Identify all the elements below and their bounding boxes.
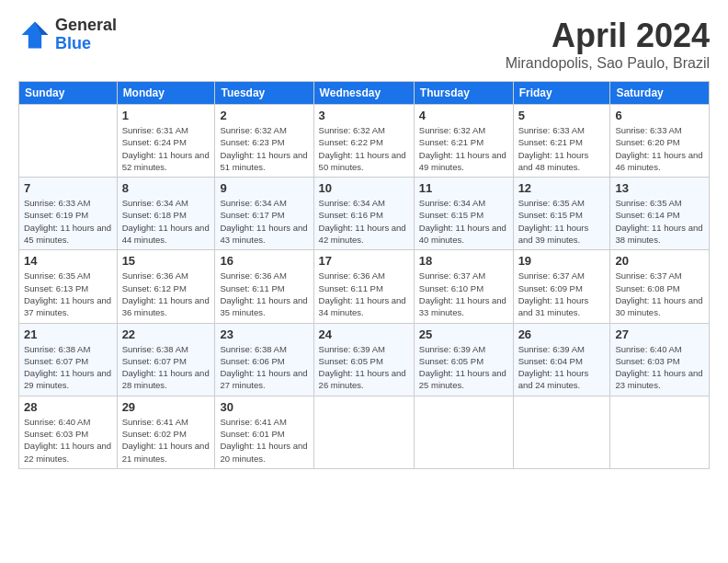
day-info: Sunrise: 6:39 AMSunset: 6:04 PMDaylight:… <box>518 343 606 392</box>
day-info: Sunrise: 6:35 AMSunset: 6:15 PMDaylight:… <box>518 197 606 246</box>
calendar-cell: 5Sunrise: 6:33 AMSunset: 6:21 PMDaylight… <box>513 105 610 178</box>
calendar-cell: 29Sunrise: 6:41 AMSunset: 6:02 PMDayligh… <box>117 396 215 468</box>
calendar-cell: 15Sunrise: 6:36 AMSunset: 6:12 PMDayligh… <box>117 250 215 323</box>
day-number: 25 <box>419 327 508 341</box>
day-info: Sunrise: 6:33 AMSunset: 6:19 PMDaylight:… <box>24 197 112 246</box>
calendar-cell: 11Sunrise: 6:34 AMSunset: 6:15 PMDayligh… <box>414 178 513 250</box>
day-info: Sunrise: 6:32 AMSunset: 6:23 PMDaylight:… <box>220 124 308 173</box>
title-block: April 2024 Mirandopolis, Sao Paulo, Braz… <box>506 17 710 72</box>
day-number: 6 <box>615 109 704 122</box>
day-number: 13 <box>615 181 704 195</box>
day-number: 7 <box>24 181 112 195</box>
day-number: 10 <box>319 181 409 195</box>
day-number: 30 <box>220 400 308 414</box>
calendar-cell: 14Sunrise: 6:35 AMSunset: 6:13 PMDayligh… <box>19 250 118 323</box>
day-info: Sunrise: 6:40 AMSunset: 6:03 PMDaylight:… <box>615 343 704 392</box>
calendar-cell: 18Sunrise: 6:37 AMSunset: 6:10 PMDayligh… <box>414 250 513 323</box>
day-number: 16 <box>220 254 308 268</box>
day-info: Sunrise: 6:33 AMSunset: 6:21 PMDaylight:… <box>518 124 606 173</box>
day-info: Sunrise: 6:34 AMSunset: 6:17 PMDaylight:… <box>220 197 308 246</box>
calendar-week-row: 21Sunrise: 6:38 AMSunset: 6:07 PMDayligh… <box>19 323 710 396</box>
day-number: 18 <box>419 254 508 268</box>
calendar-cell: 26Sunrise: 6:39 AMSunset: 6:04 PMDayligh… <box>513 323 610 396</box>
logo-icon <box>18 18 51 52</box>
day-number: 11 <box>419 181 508 195</box>
day-number: 19 <box>518 254 606 268</box>
calendar-cell <box>313 396 414 468</box>
day-number: 12 <box>518 181 606 195</box>
col-tuesday: Tuesday <box>215 82 313 105</box>
calendar-cell: 28Sunrise: 6:40 AMSunset: 6:03 PMDayligh… <box>19 396 118 468</box>
calendar-week-row: 14Sunrise: 6:35 AMSunset: 6:13 PMDayligh… <box>19 250 710 323</box>
day-info: Sunrise: 6:37 AMSunset: 6:08 PMDaylight:… <box>615 270 704 318</box>
logo-text: General Blue <box>55 17 117 53</box>
calendar-cell: 17Sunrise: 6:36 AMSunset: 6:11 PMDayligh… <box>313 250 414 323</box>
day-number: 29 <box>122 400 210 414</box>
day-number: 5 <box>518 109 606 122</box>
calendar-cell: 4Sunrise: 6:32 AMSunset: 6:21 PMDaylight… <box>414 105 513 178</box>
day-info: Sunrise: 6:33 AMSunset: 6:20 PMDaylight:… <box>615 124 704 173</box>
day-info: Sunrise: 6:38 AMSunset: 6:07 PMDaylight:… <box>24 343 112 392</box>
day-number: 21 <box>24 327 112 341</box>
day-number: 22 <box>122 327 210 341</box>
col-sunday: Sunday <box>19 82 118 105</box>
day-info: Sunrise: 6:40 AMSunset: 6:03 PMDaylight:… <box>24 416 112 465</box>
day-info: Sunrise: 6:37 AMSunset: 6:09 PMDaylight:… <box>518 270 606 318</box>
calendar-week-row: 1Sunrise: 6:31 AMSunset: 6:24 PMDaylight… <box>19 105 710 178</box>
day-info: Sunrise: 6:35 AMSunset: 6:14 PMDaylight:… <box>615 197 704 246</box>
calendar-cell: 16Sunrise: 6:36 AMSunset: 6:11 PMDayligh… <box>215 250 313 323</box>
day-info: Sunrise: 6:39 AMSunset: 6:05 PMDaylight:… <box>419 343 508 392</box>
day-number: 2 <box>220 109 308 122</box>
logo-general-text: General <box>55 17 117 35</box>
col-thursday: Thursday <box>414 82 513 105</box>
col-friday: Friday <box>513 82 610 105</box>
month-title: April 2024 <box>506 17 710 55</box>
day-info: Sunrise: 6:41 AMSunset: 6:01 PMDaylight:… <box>220 416 308 465</box>
day-number: 23 <box>220 327 308 341</box>
day-info: Sunrise: 6:34 AMSunset: 6:16 PMDaylight:… <box>319 197 409 246</box>
day-number: 26 <box>518 327 606 341</box>
col-wednesday: Wednesday <box>313 82 414 105</box>
calendar-cell: 10Sunrise: 6:34 AMSunset: 6:16 PMDayligh… <box>313 178 414 250</box>
day-info: Sunrise: 6:36 AMSunset: 6:12 PMDaylight:… <box>122 270 210 318</box>
calendar-week-row: 7Sunrise: 6:33 AMSunset: 6:19 PMDaylight… <box>19 178 710 250</box>
day-info: Sunrise: 6:38 AMSunset: 6:06 PMDaylight:… <box>220 343 308 392</box>
day-number: 28 <box>24 400 112 414</box>
day-number: 4 <box>419 109 508 122</box>
calendar-cell: 24Sunrise: 6:39 AMSunset: 6:05 PMDayligh… <box>313 323 414 396</box>
day-info: Sunrise: 6:36 AMSunset: 6:11 PMDaylight:… <box>220 270 308 318</box>
calendar-cell: 8Sunrise: 6:34 AMSunset: 6:18 PMDaylight… <box>117 178 215 250</box>
day-info: Sunrise: 6:36 AMSunset: 6:11 PMDaylight:… <box>319 270 409 318</box>
calendar-cell: 23Sunrise: 6:38 AMSunset: 6:06 PMDayligh… <box>215 323 313 396</box>
col-monday: Monday <box>117 82 215 105</box>
calendar-cell: 21Sunrise: 6:38 AMSunset: 6:07 PMDayligh… <box>19 323 118 396</box>
calendar-cell: 19Sunrise: 6:37 AMSunset: 6:09 PMDayligh… <box>513 250 610 323</box>
calendar-cell: 30Sunrise: 6:41 AMSunset: 6:01 PMDayligh… <box>215 396 313 468</box>
calendar-cell: 1Sunrise: 6:31 AMSunset: 6:24 PMDaylight… <box>117 105 215 178</box>
calendar-week-row: 28Sunrise: 6:40 AMSunset: 6:03 PMDayligh… <box>19 396 710 468</box>
day-number: 17 <box>319 254 409 268</box>
day-number: 24 <box>319 327 409 341</box>
day-number: 9 <box>220 181 308 195</box>
col-saturday: Saturday <box>610 82 710 105</box>
calendar-cell: 13Sunrise: 6:35 AMSunset: 6:14 PMDayligh… <box>610 178 710 250</box>
calendar-cell: 2Sunrise: 6:32 AMSunset: 6:23 PMDaylight… <box>215 105 313 178</box>
calendar: Sunday Monday Tuesday Wednesday Thursday… <box>18 81 710 469</box>
calendar-cell <box>610 396 710 468</box>
header: General Blue April 2024 Mirandopolis, Sa… <box>18 17 710 72</box>
calendar-cell <box>414 396 513 468</box>
day-number: 14 <box>24 254 112 268</box>
day-number: 27 <box>615 327 704 341</box>
calendar-header-row: Sunday Monday Tuesday Wednesday Thursday… <box>19 82 710 105</box>
day-info: Sunrise: 6:41 AMSunset: 6:02 PMDaylight:… <box>122 416 210 465</box>
day-info: Sunrise: 6:35 AMSunset: 6:13 PMDaylight:… <box>24 270 112 318</box>
day-number: 3 <box>319 109 409 122</box>
day-info: Sunrise: 6:32 AMSunset: 6:22 PMDaylight:… <box>319 124 409 173</box>
calendar-cell: 25Sunrise: 6:39 AMSunset: 6:05 PMDayligh… <box>414 323 513 396</box>
day-info: Sunrise: 6:38 AMSunset: 6:07 PMDaylight:… <box>122 343 210 392</box>
day-number: 8 <box>122 181 210 195</box>
day-info: Sunrise: 6:31 AMSunset: 6:24 PMDaylight:… <box>122 124 210 173</box>
calendar-cell: 12Sunrise: 6:35 AMSunset: 6:15 PMDayligh… <box>513 178 610 250</box>
calendar-cell: 9Sunrise: 6:34 AMSunset: 6:17 PMDaylight… <box>215 178 313 250</box>
day-info: Sunrise: 6:32 AMSunset: 6:21 PMDaylight:… <box>419 124 508 173</box>
